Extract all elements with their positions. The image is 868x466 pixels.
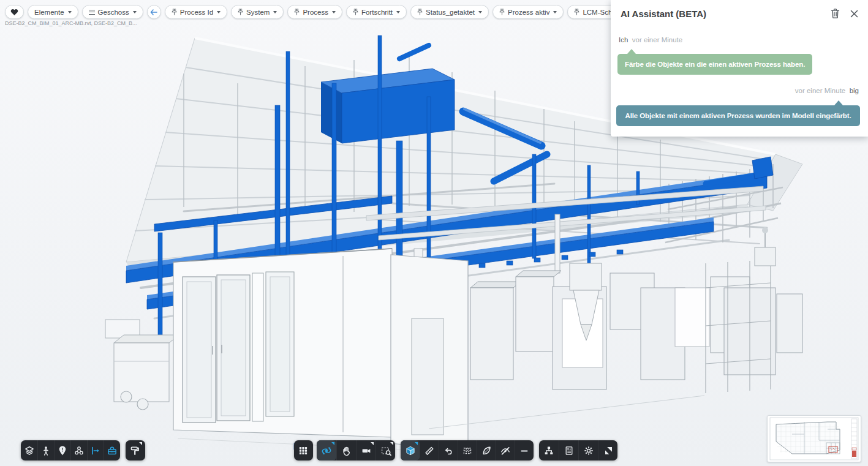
panels-toolbar — [539, 440, 617, 460]
leaf-button[interactable] — [477, 440, 496, 460]
pin-icon — [574, 9, 579, 15]
filter-chip-process[interactable]: Process — [287, 5, 342, 19]
flyout-corner-icon — [371, 442, 374, 445]
chevron-down-icon — [478, 11, 482, 13]
close-icon[interactable] — [850, 10, 858, 18]
zoom-window-icon — [380, 445, 391, 456]
orbit-icon — [321, 445, 332, 456]
filter-label: Prozess aktiv — [508, 9, 549, 16]
layers-icon — [24, 445, 35, 456]
back-arrow-icon — [150, 9, 157, 15]
zoom-window-button[interactable] — [376, 440, 395, 460]
section-box-icon — [462, 445, 473, 456]
clean-room-walls — [173, 249, 468, 451]
cluster-icon — [74, 445, 85, 456]
orbit-button[interactable] — [317, 440, 336, 460]
apps-grid-icon — [298, 445, 309, 456]
elements-filter-chip[interactable]: Elemente — [28, 5, 78, 19]
trash-icon[interactable] — [830, 8, 840, 19]
navigation-toolbar — [317, 440, 395, 460]
location-marker-button[interactable] — [54, 440, 70, 460]
filter-label: System — [246, 9, 270, 16]
filter-chip-process-id[interactable]: Process Id — [165, 5, 227, 19]
floor-filter-chip[interactable]: Geschoss — [82, 5, 143, 19]
undo-arrow-icon — [443, 445, 454, 456]
list-icon — [89, 10, 95, 15]
properties-panel-icon — [564, 445, 575, 456]
paint-roller-icon — [129, 445, 140, 456]
filter-label: Process — [303, 9, 328, 16]
back-button[interactable] — [147, 5, 161, 19]
section-box-button[interactable] — [458, 440, 477, 460]
toolbox-icon — [107, 445, 118, 456]
pin-icon — [417, 9, 423, 15]
properties-panel-button[interactable] — [559, 440, 578, 460]
collapse-toolbar-button[interactable] — [515, 440, 534, 460]
filter-chip-prozess-aktiv[interactable]: Prozess aktiv — [492, 5, 564, 19]
apps-grid-button[interactable] — [294, 440, 312, 460]
user-message-text: Färbe die Objekte ein die einen aktiven … — [625, 61, 805, 68]
apps-toolbar — [294, 440, 313, 460]
pin-icon — [172, 9, 177, 15]
hide-objects-button[interactable] — [496, 440, 515, 460]
chevron-down-icon — [553, 11, 557, 13]
measure-button[interactable] — [420, 440, 439, 460]
chevron-down-icon — [217, 11, 221, 13]
gear-icon — [583, 445, 594, 456]
bot-message-bubble: Alle Objekte mit einem aktiven Prozess w… — [616, 105, 860, 126]
user-message-meta: Ich vor einer Minute — [619, 36, 682, 43]
model-tools-toolbar — [401, 440, 534, 460]
align-to-wall-button[interactable] — [87, 440, 104, 460]
minus-icon — [519, 445, 530, 456]
flyout-corner-icon — [331, 442, 334, 445]
model-tree-button[interactable] — [539, 440, 559, 460]
pin-icon — [238, 9, 243, 15]
filter-chip-fortschritt[interactable]: Fortschritt — [346, 5, 407, 19]
first-person-button[interactable] — [37, 440, 54, 460]
view-cube-icon — [405, 445, 416, 456]
bot-time: vor einer Minute — [795, 87, 845, 94]
bim-viewer-app: Elemente Geschoss Process Id System Proc… — [0, 0, 868, 466]
floor-plan-minimap[interactable] — [767, 415, 861, 462]
eye-off-icon — [500, 445, 511, 456]
paint-roller-button[interactable] — [126, 440, 144, 460]
user-message-bubble: Färbe die Objekte ein die einen aktiven … — [617, 54, 812, 75]
measure-icon — [424, 445, 435, 456]
filter-chip-status-getaktet[interactable]: Status_getaktet — [410, 5, 489, 19]
heart-icon — [10, 9, 18, 16]
settings-button[interactable] — [578, 440, 598, 460]
flyout-corner-icon — [415, 442, 418, 445]
cluster-button[interactable] — [70, 440, 87, 460]
layers-button[interactable] — [21, 440, 37, 460]
paint-tool-toolbar — [126, 440, 145, 460]
filter-chip-system[interactable]: System — [231, 5, 284, 19]
bubble-tail — [627, 49, 636, 54]
bot-author: big — [850, 87, 859, 94]
user-time: vor einer Minute — [632, 36, 682, 43]
fullscreen-button[interactable] — [598, 440, 617, 460]
toolbox-button[interactable] — [104, 440, 120, 460]
flyout-corner-icon — [139, 442, 142, 445]
pin-icon — [353, 9, 358, 15]
chevron-down-icon — [332, 11, 336, 13]
view-cube-button[interactable] — [401, 440, 420, 460]
user-author: Ich — [619, 36, 628, 43]
pin-icon — [294, 9, 300, 15]
undo-button[interactable] — [439, 440, 458, 460]
chevron-down-icon — [68, 11, 72, 13]
align-arrow-icon — [90, 445, 101, 456]
model-tree-icon — [543, 445, 554, 456]
person-icon — [40, 445, 51, 456]
pin-icon — [499, 9, 505, 15]
chevron-down-icon — [396, 11, 400, 13]
ai-assistant-panel: AI Assistant (BETA) Ich vor einer Minute… — [611, 0, 868, 137]
ai-panel-header: AI Assistant (BETA) — [611, 0, 868, 19]
favorite-button[interactable] — [5, 5, 24, 19]
flyout-corner-icon — [390, 442, 393, 445]
camera-icon — [361, 445, 372, 456]
leaf-icon — [481, 445, 492, 456]
filter-label: Process Id — [180, 9, 213, 16]
pan-hand-icon — [341, 445, 352, 456]
pan-button[interactable] — [336, 440, 356, 460]
camera-button[interactable] — [356, 440, 376, 460]
